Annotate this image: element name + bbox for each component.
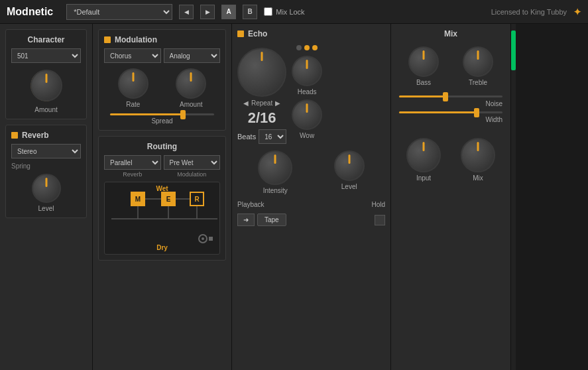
echo-panel: Echo ◀ Repeat ▶ 2/16 Beats 16 bbox=[232, 24, 391, 370]
repeat-arrow-left[interactable]: ◀ bbox=[243, 99, 249, 107]
mix-lock-container: Mix Lock bbox=[264, 7, 304, 16]
treble-label: Treble bbox=[469, 79, 487, 86]
routing-mod-select[interactable]: Pre Wet bbox=[164, 155, 221, 170]
spread-slider-track[interactable] bbox=[110, 113, 215, 115]
repeat-row: ◀ Repeat ▶ bbox=[243, 99, 280, 107]
input-knob[interactable] bbox=[406, 138, 441, 172]
mod-dropdowns: Chorus Analog bbox=[104, 48, 220, 63]
character-amount-container: Amount bbox=[28, 67, 65, 113]
width-slider-row bbox=[399, 111, 502, 113]
noise-slider-thumb[interactable] bbox=[443, 92, 448, 101]
repeat-arrow-right[interactable]: ▶ bbox=[275, 99, 280, 107]
echo-level-knob[interactable] bbox=[334, 151, 365, 181]
routing-end-dot bbox=[209, 237, 213, 241]
echo-title-row: Echo bbox=[237, 29, 385, 38]
head-dot-3[interactable] bbox=[312, 45, 318, 50]
character-title: Character bbox=[27, 35, 64, 44]
width-slider[interactable] bbox=[399, 111, 502, 113]
modulation-section: Modulation Chorus Analog Rate Amount bbox=[98, 29, 226, 131]
reverb-level-knob[interactable] bbox=[32, 174, 61, 203]
repeat-value: 2/16 bbox=[248, 109, 276, 127]
mix-mix-label: Mix bbox=[473, 174, 483, 182]
echo-enabled-toggle[interactable] bbox=[237, 31, 244, 37]
repeat-label: Repeat bbox=[251, 99, 272, 107]
intensity-label: Intensity bbox=[263, 187, 288, 194]
ab-button-b[interactable]: B bbox=[243, 5, 257, 19]
routing-block-m[interactable]: M bbox=[131, 192, 145, 206]
reverb-type-select[interactable]: Stereo bbox=[11, 144, 81, 158]
width-slider-thumb[interactable] bbox=[474, 108, 479, 117]
routing-block-r[interactable]: R bbox=[190, 192, 204, 206]
wow-knob-container: Wow bbox=[292, 99, 322, 139]
input-label: Input bbox=[416, 174, 431, 182]
bass-knob-container: Bass bbox=[408, 46, 439, 86]
wow-label: Wow bbox=[300, 132, 314, 139]
mix-lock-checkbox[interactable] bbox=[264, 7, 272, 16]
character-preset-select[interactable]: 501 bbox=[11, 48, 81, 63]
echo-main-row: ◀ Repeat ▶ 2/16 Beats 16 bbox=[237, 45, 385, 144]
echo-level-container: Level bbox=[334, 151, 365, 194]
playback-controls-row: ➜ Tape bbox=[237, 214, 385, 226]
app-title: Modnetic bbox=[7, 6, 53, 18]
logo-icon: ✦ bbox=[573, 7, 581, 17]
echo-main-knob[interactable] bbox=[237, 48, 286, 97]
mod-amount-knob[interactable] bbox=[176, 68, 206, 99]
routing-reverb-select[interactable]: Parallel bbox=[104, 155, 161, 170]
spread-slider-thumb[interactable] bbox=[180, 110, 186, 119]
licensed-text: Licensed to King Tubby bbox=[491, 8, 567, 16]
head-dot-2[interactable] bbox=[304, 45, 310, 50]
noise-label: Noise bbox=[485, 100, 502, 107]
routing-title: Routing bbox=[147, 142, 177, 151]
character-panel: Character 501 Amount Reverb bbox=[0, 24, 93, 370]
scrollbar-thumb[interactable] bbox=[511, 31, 516, 70]
echo-bottom-row: Intensity Level bbox=[237, 151, 385, 194]
echo-level-label: Level bbox=[341, 183, 357, 190]
head-dot-1[interactable] bbox=[296, 45, 302, 50]
character-amount-knob-pos bbox=[28, 67, 65, 104]
preset-select[interactable]: *Default bbox=[66, 4, 172, 20]
bass-knob[interactable] bbox=[408, 46, 439, 77]
heads-label: Heads bbox=[298, 88, 317, 95]
hold-label: Hold bbox=[371, 201, 385, 208]
character-amount-label: Amount bbox=[34, 106, 57, 113]
mod-title: Modulation bbox=[115, 35, 157, 44]
scrollbar[interactable] bbox=[510, 24, 516, 370]
mod-knobs-row: Rate Amount bbox=[104, 68, 220, 108]
echo-right-col: Heads Wow bbox=[292, 45, 322, 144]
reverb-level-container: Level bbox=[11, 174, 81, 212]
character-amount-knob[interactable] bbox=[30, 70, 62, 101]
routing-block-e[interactable]: E bbox=[161, 192, 176, 206]
routing-circle bbox=[198, 234, 207, 243]
routing-reverb-label: Reverb bbox=[104, 171, 161, 178]
modulation-routing-panel: Modulation Chorus Analog Rate Amount bbox=[93, 24, 232, 370]
noise-slider[interactable] bbox=[399, 95, 502, 97]
beats-label: Beats bbox=[237, 133, 256, 141]
reverb-level-label: Level bbox=[38, 205, 54, 212]
hold-checkbox[interactable] bbox=[375, 215, 385, 225]
intensity-knob[interactable] bbox=[258, 151, 292, 185]
mix-title-row: Mix bbox=[396, 29, 505, 38]
mix-mix-knob[interactable] bbox=[461, 138, 495, 172]
routing-dropdowns: Parallel Reverb Pre Wet Modulation bbox=[104, 155, 220, 178]
mix-lock-label: Mix Lock bbox=[276, 8, 304, 16]
heads-knob[interactable] bbox=[292, 56, 322, 86]
echo-title: Echo bbox=[248, 29, 267, 38]
spread-label: Spread bbox=[151, 117, 172, 125]
wow-knob[interactable] bbox=[292, 99, 322, 130]
mod-analog-select[interactable]: Analog bbox=[164, 48, 221, 63]
mod-chorus-select[interactable]: Chorus bbox=[104, 48, 161, 63]
reverb-enabled-toggle[interactable] bbox=[11, 132, 18, 139]
tape-button[interactable]: Tape bbox=[257, 214, 286, 226]
mix-mix-knob-container: Mix bbox=[461, 138, 495, 182]
ab-button-a[interactable]: A bbox=[221, 5, 236, 19]
treble-knob[interactable] bbox=[463, 46, 493, 77]
hold-row: Hold bbox=[371, 201, 385, 208]
nav-prev-button[interactable]: ◀ bbox=[179, 5, 194, 19]
beats-select[interactable]: 16 bbox=[259, 129, 286, 144]
reverb-section: Reverb Stereo Spring Level bbox=[5, 125, 87, 218]
nav-next-button[interactable]: ▶ bbox=[200, 5, 215, 19]
play-button[interactable]: ➜ bbox=[237, 214, 255, 226]
mod-rate-knob[interactable] bbox=[118, 68, 148, 99]
mod-enabled-toggle[interactable] bbox=[104, 36, 111, 43]
spread-slider-container: Spread bbox=[104, 113, 220, 125]
